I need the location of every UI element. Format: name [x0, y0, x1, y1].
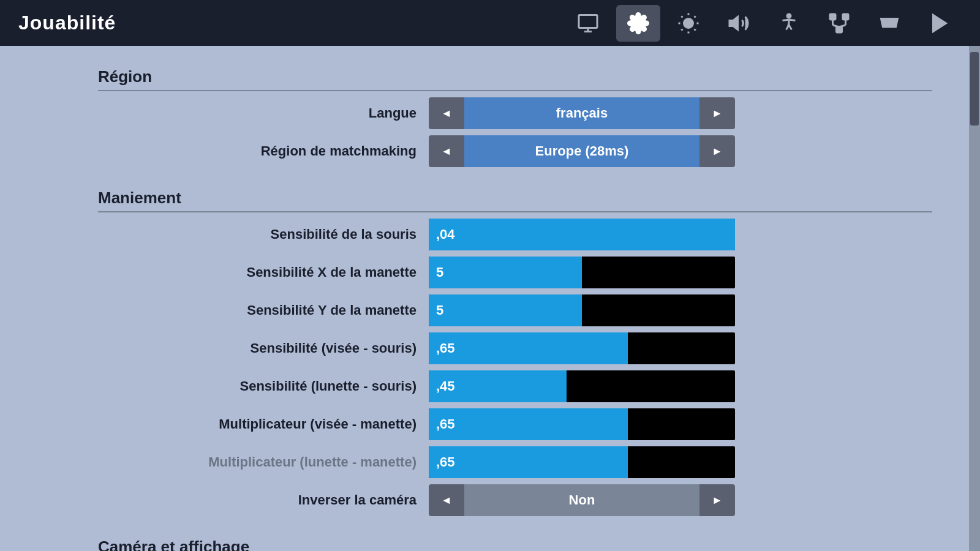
souris-label: Sensibilité de la souris — [98, 227, 429, 242]
camera-section-header: Caméra et affichage — [98, 538, 932, 551]
nav-sound-icon[interactable] — [717, 5, 761, 42]
maniement-section-header: Maniement — [98, 189, 932, 212]
visee-manette-row: Multiplicateur (visée - manette) ,65 — [98, 408, 932, 440]
visee-manette-label: Multiplicateur (visée - manette) — [98, 416, 429, 432]
scrollbar[interactable] — [969, 46, 980, 551]
inverser-camera-row: Inverser la caméra ◄ Non ► — [98, 484, 932, 516]
visee-souris-fill: ,65 — [429, 332, 628, 364]
scrollbar-thumb[interactable] — [970, 52, 979, 126]
region-section-header: Région — [98, 67, 932, 91]
svg-line-12 — [695, 16, 696, 17]
svg-line-20 — [833, 25, 840, 27]
lunette-souris-label: Sensibilité (lunette - souris) — [98, 378, 429, 394]
svg-point-4 — [684, 18, 693, 28]
inverser-camera-value: Non — [464, 484, 699, 516]
souris-fill: ,04 — [429, 219, 735, 250]
sens-y-row: Sensibilité Y de la manette 5 — [98, 294, 932, 326]
langue-next-button[interactable]: ► — [699, 97, 735, 129]
top-navigation: Jouabilité — [0, 0, 980, 46]
langue-selector: ◄ français ► — [429, 97, 735, 129]
svg-rect-0 — [579, 15, 597, 28]
svg-line-8 — [695, 29, 696, 30]
langue-value: français — [464, 97, 699, 129]
langue-row: Langue ◄ français ► — [98, 97, 932, 129]
lunette-manette-slider[interactable]: ,65 — [429, 446, 735, 478]
lunette-manette-value: ,65 — [436, 454, 455, 470]
svg-rect-16 — [843, 14, 848, 20]
sens-x-label: Sensibilité X de la manette — [98, 264, 429, 280]
visee-souris-slider[interactable]: ,65 — [429, 332, 735, 364]
matchmaking-label: Région de matchmaking — [98, 143, 429, 159]
sens-x-row: Sensibilité X de la manette 5 — [98, 257, 932, 288]
souris-value: ,04 — [436, 227, 455, 242]
matchmaking-row: Région de matchmaking ◄ Europe (28ms) ► — [98, 135, 932, 167]
nav-video-icon[interactable] — [918, 5, 962, 42]
svg-line-21 — [839, 25, 846, 27]
svg-line-7 — [681, 16, 682, 17]
main-content: Région Langue ◄ français ► Région de mat… — [0, 46, 980, 551]
visee-souris-value: ,65 — [436, 340, 455, 356]
lunette-souris-value: ,45 — [436, 378, 455, 394]
lunette-souris-fill: ,45 — [429, 370, 567, 402]
nav-icons-container — [566, 5, 962, 42]
svg-marker-13 — [729, 17, 738, 29]
sens-x-value: 5 — [436, 264, 443, 280]
sens-x-slider[interactable]: 5 — [429, 257, 735, 288]
lunette-souris-row: Sensibilité (lunette - souris) ,45 — [98, 370, 932, 402]
visee-manette-slider[interactable]: ,65 — [429, 408, 735, 440]
svg-line-11 — [681, 29, 682, 30]
nav-brightness-icon[interactable] — [666, 5, 710, 42]
souris-row: Sensibilité de la souris ,04 — [98, 219, 932, 250]
inverser-camera-selector: ◄ Non ► — [429, 484, 735, 516]
lunette-manette-row: Multiplicateur (lunette - manette) ,65 — [98, 446, 932, 478]
nav-accessibility-icon[interactable] — [767, 5, 811, 42]
inverser-camera-next-button[interactable]: ► — [699, 484, 735, 516]
visee-manette-fill: ,65 — [429, 408, 628, 440]
nav-controller-icon[interactable] — [867, 5, 911, 42]
svg-rect-15 — [830, 14, 835, 20]
svg-point-14 — [787, 14, 791, 18]
svg-marker-22 — [933, 15, 946, 31]
nav-network-icon[interactable] — [817, 5, 861, 42]
lunette-souris-slider[interactable]: ,45 — [429, 370, 735, 402]
sens-x-fill: 5 — [429, 257, 582, 288]
langue-prev-button[interactable]: ◄ — [429, 97, 464, 129]
sens-y-label: Sensibilité Y de la manette — [98, 302, 429, 318]
svg-rect-17 — [837, 27, 842, 32]
inverser-camera-prev-button[interactable]: ◄ — [429, 484, 464, 516]
nav-gear-icon[interactable] — [616, 5, 660, 42]
langue-label: Langue — [98, 105, 429, 121]
visee-manette-value: ,65 — [436, 416, 455, 432]
matchmaking-prev-button[interactable]: ◄ — [429, 135, 464, 167]
visee-souris-row: Sensibilité (visée - souris) ,65 — [98, 332, 932, 364]
lunette-manette-label: Multiplicateur (lunette - manette) — [98, 454, 429, 470]
page-title: Jouabilité — [18, 12, 116, 34]
souris-slider[interactable]: ,04 — [429, 219, 735, 250]
nav-monitor-icon[interactable] — [566, 5, 610, 42]
settings-panel: Région Langue ◄ français ► Région de mat… — [0, 46, 969, 551]
matchmaking-value: Europe (28ms) — [464, 135, 699, 167]
sens-y-slider[interactable]: 5 — [429, 294, 735, 326]
lunette-manette-fill: ,65 — [429, 446, 628, 478]
inverser-camera-label: Inverser la caméra — [98, 492, 429, 508]
sens-y-fill: 5 — [429, 294, 582, 326]
matchmaking-selector: ◄ Europe (28ms) ► — [429, 135, 735, 167]
sens-y-value: 5 — [436, 302, 443, 318]
visee-souris-label: Sensibilité (visée - souris) — [98, 340, 429, 356]
matchmaking-next-button[interactable]: ► — [699, 135, 735, 167]
